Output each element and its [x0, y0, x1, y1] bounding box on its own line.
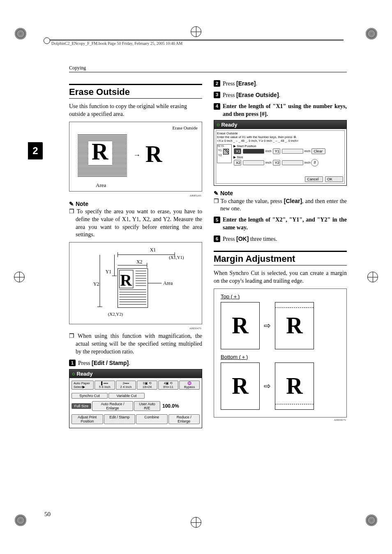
y2-button[interactable]: Y2 [273, 160, 280, 166]
crop-mark [15, 515, 26, 526]
page-body: Copying 2 Erase Outside Use this functio… [69, 65, 347, 505]
crop-mark [366, 28, 377, 39]
variable-cut-button[interactable]: Variable Cut [108, 393, 145, 399]
step-number-icon: 1 [69, 360, 76, 366]
registration-mark [191, 26, 201, 37]
figure-id: ABB526S [69, 194, 201, 197]
reduce-enlarge-button[interactable]: Reduce / Enlarge [168, 414, 200, 424]
svg-text:(X2,Y2): (X2,Y2) [108, 312, 123, 317]
step-4: 4 Enter the length of "X1" using the num… [214, 103, 347, 118]
section-title-erase-outside: Erase Outside [69, 84, 202, 99]
edit-stamp-button[interactable]: Edit / Stamp [104, 414, 136, 424]
paper-size-button[interactable]: 2▪▪▪▪2 4 inch [116, 381, 136, 390]
cancel-button[interactable]: Cancel [305, 176, 323, 182]
full-size-button[interactable]: Full Size [71, 403, 91, 409]
step-2: 2 Press [Erase]. [214, 80, 347, 88]
chapter-tab: 2 [28, 142, 43, 159]
note-item: To change the value, press [Clear], and … [214, 197, 347, 213]
figure-erase-outside: Erase Outside R → R Area [69, 122, 202, 192]
adjust-print-position-button[interactable]: Adjust Print Position [71, 414, 103, 424]
auto-reduce-enlarge-button[interactable]: Auto Reduce / Enlarge [92, 401, 133, 411]
user-auto-re-button[interactable]: User Auto R/E [134, 401, 160, 411]
book-header: DolphinC2_ENcopy_F_FM.book Page 50 Frida… [51, 41, 182, 46]
step-number-icon: 5 [214, 217, 220, 223]
bottom-label: Bottom (＋) [221, 353, 340, 361]
margin-before-box: R [221, 302, 260, 349]
start-position-label: ▶ Start Position [233, 144, 344, 148]
x1-button[interactable]: X1 [234, 148, 241, 154]
paper-size-button[interactable]: 3▣ ⟲18×24 [137, 381, 157, 390]
section-title-margin-adjustment: Margin Adjustment [214, 251, 347, 265]
synchro-cut-button[interactable]: Synchro Cut [71, 393, 108, 399]
lcd-range-text: <X:≥ 0 inch _ – _ 48 _. 0 inch, Y:≥ 0 in… [217, 139, 344, 143]
note-item: To specify the area you want to erase, y… [69, 208, 202, 239]
x1-label: X1 [150, 247, 156, 253]
y1-button[interactable]: Y1 [273, 148, 280, 154]
arrow-icon: ⇨ [264, 321, 271, 330]
step-6: 6 Press [OK] three times. [214, 235, 347, 243]
lcd-screenshot-erase: Ready Erase Outside Enter the value of X… [214, 120, 347, 186]
svg-text:Y2: Y2 [93, 281, 99, 287]
margin-after-box: R [275, 302, 314, 349]
paper-size-button[interactable]: 4▣ ⟲8½×11 [158, 381, 179, 390]
arrow-icon: → [133, 151, 141, 159]
margin-after-box: R [275, 362, 314, 410]
note-item: When using this function with magnificat… [69, 332, 202, 356]
size-label: ▶ Size [233, 155, 344, 159]
step-3: 3 Press [Erase Outside]. [214, 91, 347, 99]
book-header-line [48, 39, 344, 41]
ratio-value: 100.0% [162, 403, 179, 409]
svg-text:X2: X2 [136, 259, 143, 265]
area-label: Area [96, 182, 106, 189]
lcd-diagram: X2 X1 Y1 Y2 [217, 144, 232, 163]
x2-value-field[interactable] [243, 160, 264, 165]
page-number: 50 [44, 511, 51, 518]
x1-value-field[interactable] [243, 149, 264, 154]
svg-text:Area: Area [163, 280, 173, 286]
registration-mark [191, 517, 201, 528]
intro-text: Use this function to copy the original w… [69, 103, 202, 118]
hash-key-icon[interactable]: # [311, 159, 318, 166]
combine-button[interactable]: Combine [136, 414, 168, 424]
lcd-title: Ready [69, 369, 202, 378]
y2-value-field[interactable] [282, 160, 303, 165]
clear-button[interactable]: Clear [311, 148, 325, 154]
svg-text:(X1,Y1): (X1,Y1) [169, 255, 184, 260]
registration-mark [367, 272, 378, 282]
lcd-title: Ready [214, 120, 346, 129]
note-heading: Note [214, 190, 347, 196]
bypass-button[interactable]: ♒Bypass [179, 381, 200, 390]
intro-text: When Synchro Cut is selected, you can cr… [214, 270, 347, 285]
step-5: 5 Enter the length of "X2", "Y1", and "Y… [214, 216, 347, 232]
svg-text:Y1: Y1 [106, 269, 112, 275]
lcd-subtitle: Erase Outside [217, 132, 344, 135]
ok-button[interactable]: OK [325, 176, 343, 182]
running-head: Copying [69, 65, 347, 72]
x2-button[interactable]: X2 [234, 160, 241, 166]
paper-size-button[interactable]: ▌▪▪▪▪5 6 inch [95, 381, 115, 390]
figure-coordinates: X1 (X1,Y1) X2 Y1 Y2 [69, 242, 202, 324]
arrow-icon: ⇨ [264, 381, 271, 391]
step-number-icon: 3 [214, 92, 220, 98]
step-number-icon: 6 [214, 235, 220, 242]
figure-margin-adjustment: Top (＋) R ⇨ R Bottom (＋) R ⇨ R [214, 289, 347, 418]
crop-mark [15, 28, 26, 39]
step-number-icon: 2 [214, 80, 220, 87]
right-column: 2 Press [Erase]. 3 Press [Erase Outside]… [214, 76, 347, 432]
lcd-description: Enter the value of X1 with the Number ke… [217, 135, 344, 139]
svg-text:R: R [120, 271, 132, 289]
step-number-icon: 4 [214, 103, 220, 110]
figure-id: AHD007S [214, 418, 346, 422]
y1-value-field[interactable] [282, 149, 303, 154]
registration-mark [14, 272, 25, 282]
figure-id: AHD047S [69, 327, 201, 330]
top-label: Top (＋) [221, 293, 340, 300]
auto-paper-select-button[interactable]: Auto Paper Select▶ [71, 381, 94, 390]
left-column: Erase Outside Use this function to copy … [69, 76, 202, 432]
margin-before-box: R [221, 362, 260, 410]
step-1: 1 Press [Edit / Stamp]. [69, 359, 202, 367]
crop-mark [366, 515, 377, 526]
lcd-screenshot-main: Ready Auto Paper Select▶ ▌▪▪▪▪5 6 inch 2… [69, 369, 202, 428]
note-heading: Note [69, 201, 202, 207]
figure-label: Erase Outside [173, 125, 198, 130]
